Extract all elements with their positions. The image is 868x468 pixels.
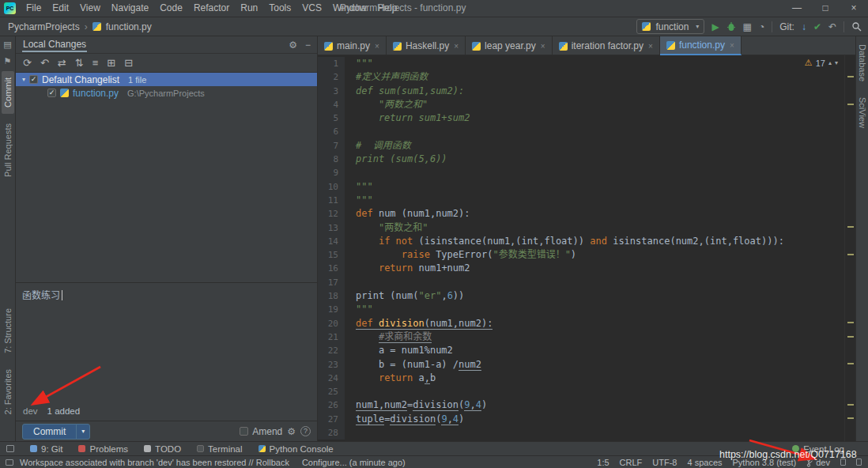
editor-tab-haskell.py[interactable]: Haskell.py× (387, 36, 466, 55)
code-text: raise TypeError("参数类型错误！") (345, 248, 576, 262)
editor-tab-iteration-factor.py[interactable]: iteration factor.py× (553, 36, 660, 55)
menu-code[interactable]: Code (154, 0, 188, 17)
vcs-commit-button[interactable]: ✔ (813, 22, 821, 32)
tab-local-changes[interactable]: Local Changes (22, 37, 87, 52)
editor-scrollbar[interactable] (844, 55, 855, 441)
file-row[interactable]: ✓ function.py G:\PycharmProjects (16, 86, 317, 100)
close-button[interactable]: × (840, 0, 868, 17)
menu-vcs[interactable]: VCS (296, 0, 327, 17)
file-checkbox[interactable]: ✓ (47, 89, 56, 97)
editor-tab-main.py[interactable]: main.py× (318, 36, 387, 55)
window-title: PycharmProjects - function.py (340, 0, 466, 17)
tool-window-label: Problems (89, 444, 128, 454)
close-tab-icon[interactable]: × (730, 41, 734, 50)
menu-navigate[interactable]: Navigate (106, 0, 154, 17)
debug-button[interactable] (726, 21, 736, 32)
next-warning-button[interactable]: ▾ (835, 59, 838, 66)
line-number: 25 (318, 385, 345, 398)
tool-window-switcher-icon[interactable] (6, 445, 14, 452)
changelist-checkbox[interactable]: ✓ (29, 75, 38, 84)
help-icon[interactable]: ? (300, 426, 311, 436)
editor-tab-function.py[interactable]: function.py× (660, 36, 742, 55)
menu-file[interactable]: File (21, 0, 47, 17)
prev-warning-button[interactable]: ▴ (828, 59, 832, 66)
vcs-update-button[interactable]: ↓ (802, 22, 806, 32)
commit-message-input[interactable]: 函数练习 (16, 282, 317, 402)
line-number: 5 (318, 111, 345, 125)
stripe-button-commit[interactable]: Commit (2, 71, 14, 114)
refresh-icon[interactable]: ⟳ (23, 57, 32, 69)
minimize-button[interactable]: — (783, 0, 811, 17)
gear-icon[interactable]: ⚙ (287, 426, 296, 437)
tab-label: iteration factor.py (572, 40, 643, 51)
python-icon (259, 445, 266, 452)
changelist-row[interactable]: ▾ ✓ Default Changelist 1 file (16, 73, 317, 86)
show-diff-icon[interactable]: ⇄ (58, 57, 66, 69)
commit-options-button[interactable]: ▾ (76, 424, 90, 440)
shelve-icon[interactable]: ⇅ (75, 57, 84, 69)
vcs-rollback-button[interactable]: ↶ (828, 22, 836, 32)
menu-run[interactable]: Run (235, 0, 263, 17)
code-text: a = num1%num2 (345, 344, 453, 357)
code-editor[interactable]: 1"""2#定义并声明函数3def sum(sum1,sum2):4 "两数之和… (318, 55, 844, 441)
configure-link[interactable]: Configure... (a minute ago) (302, 458, 406, 467)
tool-window-button-terminal[interactable]: Terminal (197, 444, 242, 454)
editor-tab-leap-year.py[interactable]: leap year.py× (466, 36, 553, 55)
run-button[interactable]: ▶ (711, 22, 719, 32)
stripe-button-7-structure[interactable]: 7: Structure (2, 302, 14, 360)
indent-setting[interactable]: 4 spaces (688, 458, 723, 467)
code-line: 14 if not (isinstance(num1,(int,float)) … (318, 235, 844, 248)
close-tab-icon[interactable]: × (541, 42, 545, 51)
close-tab-icon[interactable]: × (375, 42, 379, 51)
project-stripe-icon[interactable]: ▤ (3, 36, 11, 53)
close-tab-icon[interactable]: × (454, 42, 459, 51)
toolbar-separator (772, 21, 772, 32)
line-separator[interactable]: CRLF (620, 458, 643, 467)
code-text: "两数之和" (345, 98, 428, 111)
tool-window-button-problems[interactable]: Problems (78, 444, 128, 454)
collapse-all-icon[interactable]: ⊟ (124, 57, 133, 69)
left-tool-stripe: ▤ ⚑ CommitPull Requests 7: Structure2: F… (0, 36, 16, 441)
gear-icon[interactable]: ⚙ (289, 40, 297, 51)
stripe-button-pull-requests[interactable]: Pull Requests (2, 117, 14, 183)
notifications-icon[interactable] (856, 459, 862, 466)
commit-button[interactable]: Commit (22, 424, 77, 440)
code-line: 6 (318, 125, 844, 138)
group-by-icon[interactable]: ≡ (92, 57, 99, 69)
stripe-button-sciview[interactable]: SciView (857, 91, 868, 134)
tool-window-button-todo[interactable]: TODO (144, 444, 181, 454)
tree-expand-icon[interactable]: ▾ (22, 76, 25, 83)
menu-view[interactable]: View (74, 0, 106, 17)
file-encoding[interactable]: UTF-8 (652, 458, 677, 467)
stripe-button-database[interactable]: Database (857, 38, 868, 88)
code-text: """ (345, 57, 373, 70)
branch-summary-row: dev 1 added (16, 402, 317, 421)
line-number: 21 (318, 330, 345, 344)
expand-all-icon[interactable]: ⊞ (107, 57, 115, 69)
maximize-button[interactable]: □ (811, 0, 840, 17)
menu-tools[interactable]: Tools (263, 0, 296, 17)
run-config-selector[interactable]: function ▾ (636, 19, 704, 34)
rollback-icon[interactable]: ↶ (40, 57, 49, 69)
close-tab-icon[interactable]: × (648, 42, 653, 51)
amend-checkbox[interactable] (240, 427, 248, 436)
watermark: https://blog.csdn.net/Q0717168 (719, 449, 857, 460)
code-text: print (sum(5,6)) (345, 153, 447, 166)
caret-position[interactable]: 1:5 (597, 458, 609, 467)
scroll-mark (847, 404, 854, 406)
hide-panel-icon[interactable]: − (305, 40, 311, 51)
breadcrumb-file[interactable]: function.py (106, 21, 152, 32)
bookmarks-stripe-icon[interactable]: ⚑ (4, 53, 12, 70)
profiler-button[interactable]: ◔ (759, 22, 764, 32)
breadcrumb-project[interactable]: PycharmProjects (8, 21, 80, 32)
menu-edit[interactable]: Edit (47, 0, 74, 17)
search-button[interactable] (851, 21, 862, 32)
code-text: def num (num1,num2): (345, 207, 470, 221)
run-config-name: function (655, 21, 689, 32)
menu-refactor[interactable]: Refactor (188, 0, 235, 17)
tool-window-button-git[interactable]: 9: Git (30, 444, 62, 454)
tool-window-button-python[interactable]: Python Console (259, 444, 334, 454)
window-icon[interactable] (6, 459, 13, 466)
stripe-button-2-favorites[interactable]: 2: Favorites (2, 363, 14, 421)
coverage-button[interactable]: ▦ (743, 22, 752, 32)
